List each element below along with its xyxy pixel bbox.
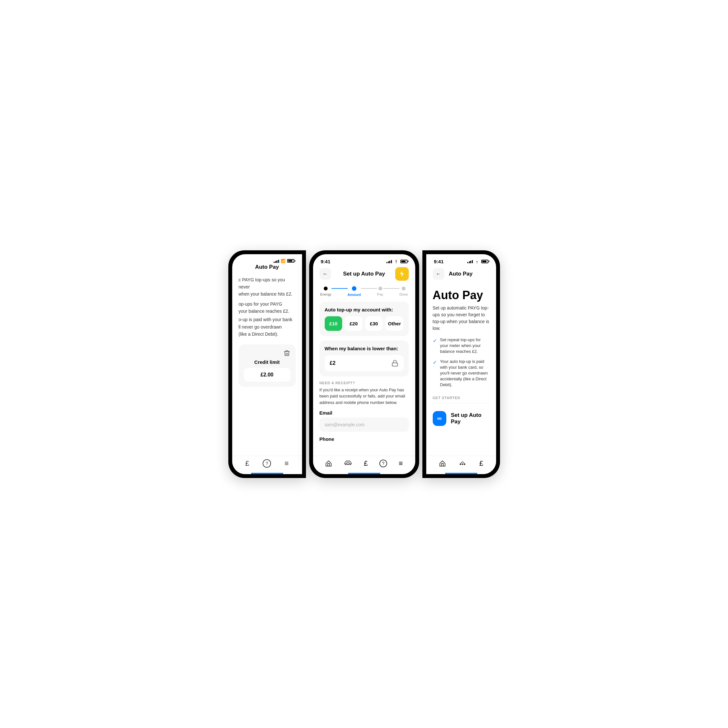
progress-stepper: Energy Amount Pay Done <box>313 282 415 298</box>
email-input[interactable]: sam@example.com <box>320 418 409 432</box>
right-signal <box>467 259 473 263</box>
feature-item-2: ✓ Your auto top-up is paid with your ban… <box>433 359 489 388</box>
email-field-label: Email <box>320 410 409 416</box>
lightning-button[interactable] <box>395 267 409 281</box>
right-nav-home[interactable] <box>439 460 446 467</box>
network-icon <box>344 460 352 466</box>
right-nav-title: Auto Pay <box>449 271 473 277</box>
right-bottom-nav: £ <box>426 456 496 474</box>
right-bottom-indicator <box>445 473 477 474</box>
right-nav-account[interactable]: £ <box>479 459 483 468</box>
check-icon-1: ✓ <box>433 337 437 344</box>
help-icon: ? <box>263 459 271 468</box>
right-back-arrow-icon: ← <box>436 271 441 277</box>
left-bottom-nav: £ ? ≡ <box>232 456 302 474</box>
amount-other-btn[interactable]: Other <box>385 316 403 331</box>
center-nav-home[interactable] <box>325 460 332 467</box>
trash-icon-container <box>244 350 291 357</box>
phone-field-label: Phone <box>320 436 409 442</box>
left-desc-1: c PAYG top-ups so you never when your ba… <box>239 276 295 298</box>
infinity-icon: ∞ <box>437 414 442 422</box>
feature-item-1: ✓ Set repeat top-ups for your meter when… <box>433 337 489 355</box>
center-nav-help[interactable]: ? <box>379 460 387 467</box>
center-nav-account[interactable]: £ <box>364 459 368 468</box>
stepper-label-energy: Energy <box>320 292 332 296</box>
amount-10-btn[interactable]: £10 <box>325 316 343 331</box>
center-nav-network[interactable] <box>344 460 352 466</box>
right-home-icon <box>439 460 446 467</box>
back-arrow-icon: ← <box>323 271 328 277</box>
center-menu-icon: ≡ <box>399 459 403 468</box>
right-battery <box>481 260 488 263</box>
wifi-icon: 📶 <box>281 259 286 263</box>
stepper-line-3 <box>383 288 399 289</box>
center-bottom-nav: £ ? ≡ <box>313 456 415 474</box>
receipt-section: NEED A RECEIPT? If you'd like a receipt … <box>320 381 409 442</box>
autopay-main-title: Auto Pay <box>433 289 489 302</box>
stepper-dot-pay <box>378 286 382 291</box>
right-content: Auto Pay Set up automatic PAYG top-ups s… <box>426 282 496 436</box>
stepper-dot-done <box>402 286 405 291</box>
center-nav-bar: ← Set up Auto Pay <box>313 266 415 282</box>
right-nav-bar: ← Auto Pay <box>426 266 496 282</box>
home-icon <box>325 460 332 467</box>
right-time: 9:41 <box>434 259 444 264</box>
back-button[interactable]: ← <box>320 268 331 280</box>
setup-autopay-button[interactable]: ∞ Set up Auto Pay <box>433 408 489 429</box>
center-content: Auto top-up my account with: £10 £20 £30… <box>313 298 415 460</box>
center-phone-frame: 9:41 <box>309 250 419 478</box>
infinity-icon-container: ∞ <box>433 411 446 426</box>
amount-30-btn[interactable]: £30 <box>365 316 383 331</box>
divider <box>433 403 489 403</box>
center-time: 9:41 <box>321 259 330 264</box>
trash-icon[interactable] <box>283 350 291 357</box>
left-bottom-indicator <box>251 473 283 474</box>
balance-card: When my balance is lower than: £2 <box>320 341 409 376</box>
credit-limit-card: Credit limit £2.00 <box>239 344 295 387</box>
center-bottom-indicator <box>348 473 380 474</box>
center-status-icons <box>387 259 407 263</box>
stepper-line-1 <box>332 288 348 289</box>
right-back-button[interactable]: ← <box>433 268 444 280</box>
center-status-bar: 9:41 <box>313 254 415 266</box>
receipt-label: NEED A RECEIPT? <box>320 381 409 385</box>
left-status-icons: 📶 <box>274 259 294 263</box>
stepper-pay: Pay <box>377 286 383 296</box>
left-nav-menu[interactable]: ≡ <box>284 459 289 468</box>
amount-card-title: Auto top-up my account with: <box>325 307 404 312</box>
center-help-icon: ? <box>379 460 387 467</box>
balance-input-row: £2 <box>325 355 404 371</box>
amount-card: Auto top-up my account with: £10 £20 £30… <box>320 302 409 336</box>
stepper-dot-energy <box>324 286 327 291</box>
credit-limit-title: Credit limit <box>244 359 291 365</box>
left-phone-frame: 📶 Auto Pay c PAYG top-ups so you never w… <box>228 250 306 478</box>
left-nav-help[interactable]: ? <box>263 459 271 468</box>
lightning-icon <box>399 271 405 277</box>
right-phone-frame: 9:41 <box>422 250 500 478</box>
center-wifi <box>394 259 399 263</box>
stepper-line-2 <box>361 288 377 289</box>
account-icon: £ <box>364 459 368 468</box>
autopay-desc: Set up automatic PAYG top-ups so you nev… <box>433 305 489 332</box>
credit-limit-value: £2.00 <box>244 368 291 382</box>
setup-btn-label: Set up Auto Pay <box>451 412 489 425</box>
feature-text-1: Set repeat top-ups for your meter when y… <box>440 337 489 355</box>
center-nav-menu[interactable]: ≡ <box>399 459 403 468</box>
left-nav-pounds[interactable]: £ <box>245 459 249 468</box>
svg-rect-0 <box>392 363 398 366</box>
left-status-bar: 📶 <box>232 254 302 265</box>
get-started-label: GET STARTED <box>433 396 489 400</box>
stepper-done: Done <box>399 286 408 296</box>
pounds-icon: £ <box>245 459 249 468</box>
stepper-amount: Amount <box>348 286 361 297</box>
feature-text-2: Your auto top-up is paid with your bank … <box>440 359 489 388</box>
stepper-label-done: Done <box>399 292 408 296</box>
right-status-bar: 9:41 <box>426 254 496 266</box>
stepper-label-amount: Amount <box>348 293 361 297</box>
amount-20-btn[interactable]: £20 <box>345 316 362 331</box>
right-nav-network[interactable] <box>458 460 467 466</box>
stepper-dot-amount <box>352 286 356 291</box>
menu-icon: ≡ <box>284 459 289 468</box>
balance-card-title: When my balance is lower than: <box>325 346 404 351</box>
center-signal <box>387 259 392 263</box>
